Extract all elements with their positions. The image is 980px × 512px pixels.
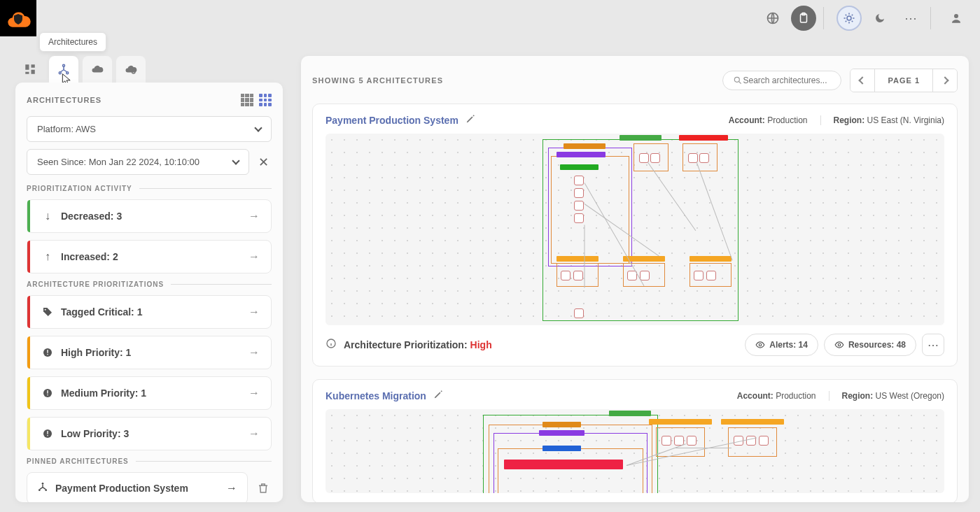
activity-decreased-card[interactable]: ↓ Decreased: 3 → [27,199,272,233]
clipboard-button[interactable] [791,6,816,31]
globe-button[interactable] [760,6,785,31]
showing-count: SHOWING 5 ARCHITECTURES [312,76,722,85]
svg-rect-18 [47,390,48,394]
eye-icon [755,340,765,350]
prioritization-label: Architecture Prioritization: [344,339,468,350]
delete-pinned-button[interactable] [255,480,272,497]
stat-label: Tagged Critical: 1 [61,306,241,318]
region-meta: Region: US West (Oregon) [842,391,945,401]
sidebar: ARCHITECTURES Platform: AWS Seen Since: … [15,83,283,502]
page-prev-button[interactable] [850,69,874,92]
svg-rect-7 [31,70,35,74]
chevron-left-icon [859,76,867,84]
platform-filter-label: Platform: AWS [37,124,96,134]
moon-icon [874,13,886,24]
activity-increased-card[interactable]: ↑ Increased: 2 → [27,240,272,273]
topbar-divider [930,7,931,29]
cloud-alert-icon [91,63,104,76]
arrow-right-icon: → [248,210,260,222]
more-button[interactable]: ⋯ [898,6,923,31]
svg-point-24 [45,489,47,491]
svg-point-23 [38,489,41,491]
arrow-right-icon: → [248,250,260,263]
navtab-scan[interactable] [116,56,146,83]
stat-label: Increased: 2 [61,251,241,262]
search-box[interactable] [722,71,841,90]
sun-icon [843,12,855,24]
navtab-alerts[interactable] [83,56,112,83]
pencil-icon [465,114,475,124]
svg-point-3 [847,16,851,20]
page-label: PAGE 1 [874,69,933,92]
main-panel: SHOWING 5 ARCHITECTURES PAGE 1 Payment P… [301,56,969,502]
seen-since-filter-label: Seen Since: Mon Jan 22 2024, 10:10:00 [37,157,200,167]
svg-rect-21 [47,431,48,434]
theme-sun-button[interactable] [836,6,862,31]
topbar: ⋯ [0,0,980,36]
theme-moon-button[interactable] [867,6,892,31]
architecture-diagram[interactable] [326,134,944,325]
view-list-toggle[interactable] [241,94,253,106]
sidebar-title: ARCHITECTURES [27,96,102,104]
arrow-down-icon: ↓ [41,210,54,222]
clear-filter-button[interactable]: ✕ [255,154,272,171]
alerts-badge[interactable]: Alerts: 14 [745,334,818,356]
pager: PAGE 1 [850,69,958,92]
architecture-title: Kubernetes Migration [326,390,426,401]
resources-badge[interactable]: Resources: 48 [824,334,916,356]
card-more-button[interactable]: ⋯ [922,334,944,356]
stat-label: Low Priority: 3 [61,428,241,439]
priority-medium-card[interactable]: Medium Priority: 1 → [27,376,272,410]
svg-rect-16 [47,354,48,355]
alert-icon [41,387,54,399]
section-activity: PRIORITIZATION ACTIVITY [27,185,272,192]
account-meta: Account: Production [729,115,808,125]
svg-point-11 [63,64,65,66]
section-pinned: PINNED ARCHITECTURES [27,457,272,465]
network-icon [37,481,48,495]
svg-rect-5 [25,64,29,70]
priority-low-card[interactable]: Low Priority: 3 → [27,417,272,450]
svg-rect-19 [47,394,48,395]
region-meta: Region: US East (N. Virginia) [834,115,945,125]
chevron-right-icon [941,76,948,84]
trash-icon [257,482,270,495]
alerts-label: Alerts: 14 [769,340,808,350]
arrow-right-icon: → [248,346,260,359]
topbar-divider [823,7,824,29]
priority-high-card[interactable]: High Priority: 1 → [27,336,272,369]
svg-point-29 [838,343,841,346]
edit-button[interactable] [433,390,443,402]
user-icon [950,12,962,24]
chevron-down-icon [232,157,239,164]
svg-rect-22 [47,435,48,436]
cloud-search-icon [125,63,137,76]
arrow-up-icon: ↑ [41,250,54,263]
view-grid-toggle[interactable] [259,94,272,106]
architecture-card[interactable]: Kubernetes Migration Account: Production… [312,379,958,502]
svg-point-26 [735,77,740,82]
pinned-label: Payment Production System [55,483,219,494]
edit-button[interactable] [465,114,475,127]
arrow-right-icon: → [248,387,260,399]
navtab-architectures[interactable] [49,56,78,83]
navtab-dashboard[interactable] [15,56,45,83]
app-logo[interactable] [0,0,36,36]
pinned-architecture-card[interactable]: Payment Production System → [27,472,248,502]
alert-icon [41,346,54,359]
priority-critical-card[interactable]: Tagged Critical: 1 → [27,295,272,329]
page-next-button[interactable] [933,69,957,92]
platform-filter[interactable]: Platform: AWS [27,116,272,142]
search-input[interactable] [743,76,827,85]
svg-rect-6 [31,64,35,68]
tag-icon [41,306,54,318]
search-icon [733,76,743,85]
arrow-right-icon: → [248,427,260,440]
clipboard-icon [797,12,810,24]
user-button[interactable] [944,6,969,31]
architecture-diagram[interactable] [326,409,944,493]
seen-since-filter[interactable]: Seen Since: Mon Jan 22 2024, 10:10:00 [27,149,249,175]
architecture-card[interactable]: Payment Production System Account: Produ… [312,104,958,367]
globe-icon [766,11,780,25]
pencil-icon [433,390,443,399]
